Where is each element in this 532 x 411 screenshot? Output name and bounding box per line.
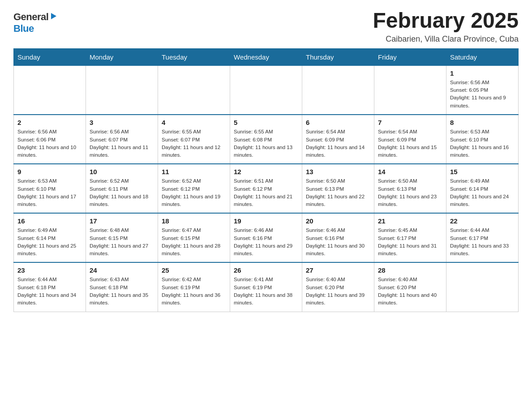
day-number: 9 xyxy=(17,168,82,176)
table-row: 10Sunrise: 6:52 AMSunset: 6:11 PMDayligh… xyxy=(86,164,158,213)
day-number: 21 xyxy=(378,217,442,225)
day-info: Sunrise: 6:50 AMSunset: 6:13 PMDaylight:… xyxy=(306,177,370,208)
table-row: 28Sunrise: 6:40 AMSunset: 6:20 PMDayligh… xyxy=(374,262,446,312)
day-number: 24 xyxy=(90,266,154,274)
location-subtitle: Caibarien, Villa Clara Province, Cuba xyxy=(373,34,519,44)
table-row xyxy=(158,65,230,115)
day-number: 14 xyxy=(378,168,442,176)
table-row: 2Sunrise: 6:56 AMSunset: 6:06 PMDaylight… xyxy=(14,115,86,164)
day-info: Sunrise: 6:47 AMSunset: 6:15 PMDaylight:… xyxy=(162,227,226,257)
logo-general-text: General xyxy=(13,11,48,23)
day-info: Sunrise: 6:56 AMSunset: 6:06 PMDaylight:… xyxy=(17,128,82,159)
day-number: 16 xyxy=(17,217,82,225)
logo-arrow-icon xyxy=(49,12,57,20)
day-number: 12 xyxy=(234,168,298,176)
day-number: 27 xyxy=(306,266,370,274)
table-row: 24Sunrise: 6:43 AMSunset: 6:18 PMDayligh… xyxy=(86,262,158,312)
logo-blue-text: Blue xyxy=(13,23,34,34)
table-row xyxy=(302,65,374,115)
col-tuesday: Tuesday xyxy=(158,48,230,65)
day-number: 11 xyxy=(162,168,226,176)
table-row: 18Sunrise: 6:47 AMSunset: 6:15 PMDayligh… xyxy=(158,213,230,262)
page-header: General Blue February 2025 Caibarien, Vi… xyxy=(13,9,519,44)
day-info: Sunrise: 6:41 AMSunset: 6:19 PMDaylight:… xyxy=(234,276,298,307)
day-number: 4 xyxy=(162,119,226,126)
table-row xyxy=(14,65,86,115)
day-info: Sunrise: 6:50 AMSunset: 6:13 PMDaylight:… xyxy=(378,177,442,208)
day-number: 10 xyxy=(90,168,154,176)
table-row: 26Sunrise: 6:41 AMSunset: 6:19 PMDayligh… xyxy=(230,262,302,312)
table-row: 4Sunrise: 6:55 AMSunset: 6:07 PMDaylight… xyxy=(158,115,230,164)
title-block: February 2025 Caibarien, Villa Clara Pro… xyxy=(373,9,519,44)
day-info: Sunrise: 6:45 AMSunset: 6:17 PMDaylight:… xyxy=(378,227,442,257)
day-number: 5 xyxy=(234,119,298,126)
day-info: Sunrise: 6:46 AMSunset: 6:16 PMDaylight:… xyxy=(234,227,298,257)
calendar-week-row: 1Sunrise: 6:56 AMSunset: 6:05 PMDaylight… xyxy=(14,65,519,115)
day-info: Sunrise: 6:55 AMSunset: 6:08 PMDaylight:… xyxy=(234,128,298,159)
table-row: 8Sunrise: 6:53 AMSunset: 6:10 PMDaylight… xyxy=(446,115,519,164)
calendar-week-row: 9Sunrise: 6:53 AMSunset: 6:10 PMDaylight… xyxy=(14,164,519,213)
day-number: 15 xyxy=(450,168,515,176)
table-row: 27Sunrise: 6:40 AMSunset: 6:20 PMDayligh… xyxy=(302,262,374,312)
day-number: 17 xyxy=(90,217,154,225)
day-number: 2 xyxy=(17,119,82,126)
col-sunday: Sunday xyxy=(14,48,86,65)
day-number: 6 xyxy=(306,119,370,126)
day-info: Sunrise: 6:56 AMSunset: 6:07 PMDaylight:… xyxy=(90,128,154,159)
table-row: 21Sunrise: 6:45 AMSunset: 6:17 PMDayligh… xyxy=(374,213,446,262)
day-info: Sunrise: 6:48 AMSunset: 6:15 PMDaylight:… xyxy=(90,227,154,257)
day-number: 3 xyxy=(90,119,154,126)
day-number: 19 xyxy=(234,217,298,225)
day-number: 1 xyxy=(450,69,515,77)
day-info: Sunrise: 6:52 AMSunset: 6:12 PMDaylight:… xyxy=(162,177,226,208)
day-info: Sunrise: 6:42 AMSunset: 6:19 PMDaylight:… xyxy=(162,276,226,307)
table-row: 7Sunrise: 6:54 AMSunset: 6:09 PMDaylight… xyxy=(374,115,446,164)
col-friday: Friday xyxy=(374,48,446,65)
day-number: 13 xyxy=(306,168,370,176)
table-row xyxy=(446,262,519,312)
day-number: 18 xyxy=(162,217,226,225)
table-row: 25Sunrise: 6:42 AMSunset: 6:19 PMDayligh… xyxy=(158,262,230,312)
day-number: 26 xyxy=(234,266,298,274)
day-number: 8 xyxy=(450,119,515,126)
table-row: 20Sunrise: 6:46 AMSunset: 6:16 PMDayligh… xyxy=(302,213,374,262)
day-info: Sunrise: 6:56 AMSunset: 6:05 PMDaylight:… xyxy=(450,79,515,110)
day-number: 25 xyxy=(162,266,226,274)
table-row: 3Sunrise: 6:56 AMSunset: 6:07 PMDaylight… xyxy=(86,115,158,164)
col-thursday: Thursday xyxy=(302,48,374,65)
table-row: 16Sunrise: 6:49 AMSunset: 6:14 PMDayligh… xyxy=(14,213,86,262)
day-info: Sunrise: 6:51 AMSunset: 6:12 PMDaylight:… xyxy=(234,177,298,208)
table-row xyxy=(374,65,446,115)
table-row: 19Sunrise: 6:46 AMSunset: 6:16 PMDayligh… xyxy=(230,213,302,262)
col-saturday: Saturday xyxy=(446,48,519,65)
day-number: 23 xyxy=(17,266,82,274)
day-info: Sunrise: 6:52 AMSunset: 6:11 PMDaylight:… xyxy=(90,177,154,208)
table-row: 11Sunrise: 6:52 AMSunset: 6:12 PMDayligh… xyxy=(158,164,230,213)
day-info: Sunrise: 6:49 AMSunset: 6:14 PMDaylight:… xyxy=(450,177,515,208)
calendar-table: Sunday Monday Tuesday Wednesday Thursday… xyxy=(13,48,519,312)
table-row: 6Sunrise: 6:54 AMSunset: 6:09 PMDaylight… xyxy=(302,115,374,164)
day-number: 22 xyxy=(450,217,515,225)
col-wednesday: Wednesday xyxy=(230,48,302,65)
day-number: 20 xyxy=(306,217,370,225)
main-title: February 2025 xyxy=(373,9,519,33)
table-row: 22Sunrise: 6:44 AMSunset: 6:17 PMDayligh… xyxy=(446,213,519,262)
col-monday: Monday xyxy=(86,48,158,65)
table-row: 23Sunrise: 6:44 AMSunset: 6:18 PMDayligh… xyxy=(14,262,86,312)
day-info: Sunrise: 6:54 AMSunset: 6:09 PMDaylight:… xyxy=(378,128,442,159)
table-row xyxy=(86,65,158,115)
day-info: Sunrise: 6:53 AMSunset: 6:10 PMDaylight:… xyxy=(17,177,82,208)
day-info: Sunrise: 6:46 AMSunset: 6:16 PMDaylight:… xyxy=(306,227,370,257)
day-info: Sunrise: 6:43 AMSunset: 6:18 PMDaylight:… xyxy=(90,276,154,307)
table-row: 1Sunrise: 6:56 AMSunset: 6:05 PMDaylight… xyxy=(446,65,519,115)
table-row: 17Sunrise: 6:48 AMSunset: 6:15 PMDayligh… xyxy=(86,213,158,262)
table-row: 9Sunrise: 6:53 AMSunset: 6:10 PMDaylight… xyxy=(14,164,86,213)
day-info: Sunrise: 6:54 AMSunset: 6:09 PMDaylight:… xyxy=(306,128,370,159)
day-info: Sunrise: 6:40 AMSunset: 6:20 PMDaylight:… xyxy=(306,276,370,307)
calendar-week-row: 2Sunrise: 6:56 AMSunset: 6:06 PMDaylight… xyxy=(14,115,519,164)
day-number: 28 xyxy=(378,266,442,274)
table-row: 14Sunrise: 6:50 AMSunset: 6:13 PMDayligh… xyxy=(374,164,446,213)
calendar-header-row: Sunday Monday Tuesday Wednesday Thursday… xyxy=(14,48,519,65)
table-row: 15Sunrise: 6:49 AMSunset: 6:14 PMDayligh… xyxy=(446,164,519,213)
svg-marker-0 xyxy=(51,13,56,19)
